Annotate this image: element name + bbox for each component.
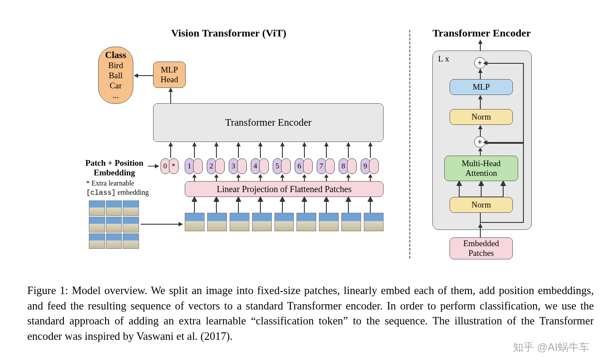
arrow-token-5 — [278, 142, 287, 158]
arrow-token-3 — [234, 142, 243, 158]
arrow-token-1 — [190, 142, 199, 158]
svg-marker-25 — [155, 164, 159, 168]
svg-marker-63 — [368, 197, 373, 201]
svg-marker-9 — [214, 142, 219, 146]
arrow-grid-to-row — [141, 220, 183, 229]
watermark: 知乎 @AI蜗牛车 — [513, 340, 589, 354]
vit-title: Vision Transformer (ViT) — [132, 27, 325, 39]
svg-marker-53 — [258, 197, 263, 201]
arrow-lp-6 — [300, 174, 309, 181]
arrows-into-mha — [444, 181, 518, 197]
linear-proj-box: Linear Projection of Flattened Patches — [185, 181, 384, 197]
svg-marker-1 — [134, 73, 138, 78]
arrow-mlp-in — [476, 69, 485, 79]
embedded-patches-box: Embedded Patches — [450, 237, 513, 259]
extra-class-note: * Extra learnable [class] embedding — [86, 179, 174, 198]
arrow-lp-1 — [190, 174, 199, 181]
svg-marker-31 — [236, 174, 241, 178]
svg-marker-43 — [368, 174, 373, 178]
arrow-lp-3 — [234, 174, 243, 181]
svg-marker-23 — [368, 142, 373, 146]
image-grid — [89, 200, 139, 249]
arrow-token-8 — [344, 142, 353, 158]
svg-marker-35 — [280, 174, 285, 178]
lx-label: L x — [438, 54, 449, 64]
svg-marker-61 — [346, 197, 351, 201]
svg-marker-73 — [483, 140, 487, 145]
svg-marker-51 — [236, 197, 241, 201]
svg-marker-81 — [501, 181, 505, 186]
svg-marker-33 — [258, 174, 263, 178]
svg-marker-29 — [214, 174, 219, 178]
svg-marker-45 — [179, 222, 183, 226]
patch-token-3: 3 — [228, 158, 247, 174]
residual-top — [479, 57, 529, 145]
svg-marker-27 — [192, 174, 197, 178]
svg-marker-85 — [478, 223, 483, 228]
svg-marker-15 — [280, 142, 285, 146]
arrow-token-2 — [212, 142, 221, 158]
grid-patch — [89, 200, 105, 216]
arrow-lp-2 — [212, 174, 221, 181]
arrow-mlp-to-class — [134, 71, 153, 80]
svg-marker-68 — [478, 69, 483, 73]
svg-marker-77 — [457, 181, 461, 186]
patch-row — [185, 213, 384, 231]
arrow-token-9 — [366, 142, 375, 158]
patch-position-label: Patch + Position Embedding — [79, 158, 150, 178]
svg-marker-41 — [346, 174, 351, 178]
svg-marker-39 — [324, 174, 329, 178]
svg-marker-79 — [479, 181, 483, 186]
arrow-lp-9 — [366, 174, 375, 181]
divider — [409, 30, 410, 258]
patch-token-8: 8 — [338, 158, 357, 174]
svg-marker-47 — [192, 197, 197, 201]
svg-marker-59 — [324, 197, 329, 201]
arrow-mha-add — [476, 148, 485, 156]
svg-marker-55 — [280, 197, 285, 201]
arrow-patchrow — [185, 197, 384, 213]
svg-marker-11 — [236, 142, 241, 146]
svg-marker-66 — [483, 61, 487, 66]
arrow-token-6 — [300, 142, 309, 158]
transformer-encoder-box: Transformer Encoder — [153, 103, 384, 142]
mlp-box: MLP — [450, 79, 513, 95]
svg-marker-37 — [302, 174, 307, 178]
norm1-box: Norm — [450, 109, 513, 125]
svg-marker-75 — [478, 148, 483, 151]
svg-marker-57 — [302, 197, 307, 201]
figure-caption: Figure 1: Model overview. We split an im… — [27, 283, 594, 344]
svg-marker-70 — [478, 95, 483, 99]
class-output-items: Bird Ball Car ... — [105, 61, 126, 101]
arrow-token-7 — [322, 142, 331, 158]
svg-marker-72 — [478, 125, 483, 129]
patch-token-2: 2 — [206, 158, 225, 174]
arrow-lp-4 — [256, 174, 265, 181]
arrow-embed-in — [476, 223, 485, 237]
svg-marker-13 — [258, 142, 263, 146]
arrow-norm1-mlp — [476, 95, 485, 109]
svg-marker-19 — [324, 142, 329, 146]
arrow-norm2-split — [476, 213, 485, 223]
patch-token-4: 4 — [250, 158, 269, 174]
patch-token-1: 1 — [184, 158, 203, 174]
arrow-lp-7 — [322, 174, 331, 181]
arrow-lp-5 — [278, 174, 287, 181]
arrow-encoder-to-mlp — [166, 87, 175, 103]
patch-token-6: 6 — [294, 158, 313, 174]
patch-token-9: 9 — [360, 158, 379, 174]
encoder-title: Transformer Encoder — [422, 27, 541, 39]
svg-marker-49 — [214, 197, 219, 201]
svg-marker-3 — [168, 87, 173, 92]
svg-marker-65 — [478, 40, 483, 44]
patch-token-5: 5 — [272, 158, 291, 174]
arrow-lp-8 — [344, 174, 353, 181]
arrow-add-norm1 — [476, 125, 485, 136]
class-token: 0 * — [160, 158, 179, 174]
arrow-enc-out — [476, 40, 485, 51]
svg-marker-21 — [346, 142, 351, 146]
arrow-pp-label — [148, 163, 159, 170]
mha-box: Multi-Head Attention — [444, 156, 518, 181]
class-output: Class Bird Ball Car ... — [98, 47, 133, 104]
mlp-head-box: MLP Head — [153, 62, 186, 88]
